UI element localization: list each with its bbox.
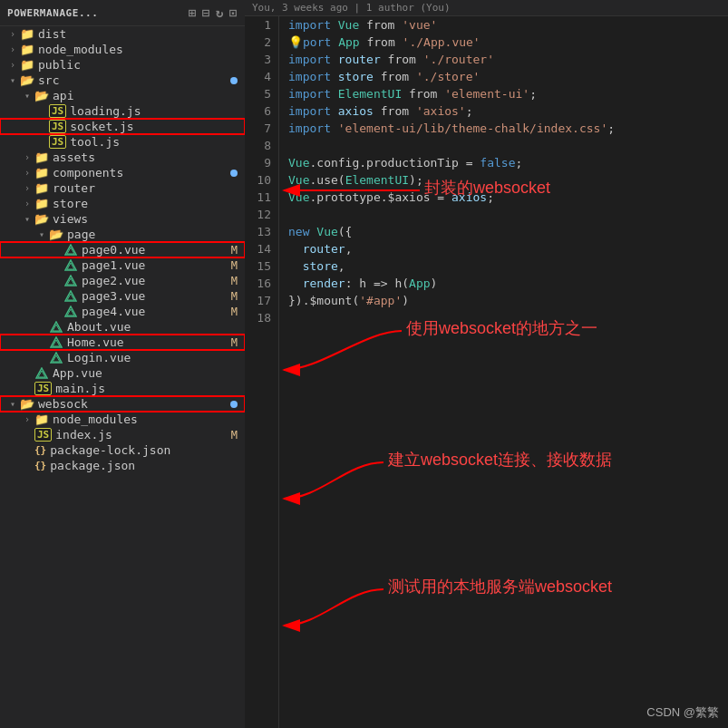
expand-arrow-src: ▾ — [5, 75, 20, 85]
tree-item-page1.vue[interactable]: page1.vueM — [0, 257, 245, 273]
expand-arrow-assets: › — [20, 152, 34, 162]
editor-area: You, 3 weeks ago | 1 author (You) 123456… — [245, 0, 728, 728]
line-number-3: 3 — [245, 51, 271, 68]
tree-item-package-lock.json[interactable]: {}package-lock.json — [0, 442, 245, 458]
vue-icon-page0.vue — [63, 244, 78, 257]
tree-label-node_modules: node_modules — [38, 43, 123, 56]
tree-item-Home.vue[interactable]: Home.vueM — [0, 335, 245, 350]
tree-label-dist: dist — [38, 27, 66, 41]
folder-icon-views: 📂 — [34, 212, 49, 226]
code-line-11: Vue.prototype.$axios = axios; — [288, 189, 728, 206]
tree-item-websock[interactable]: ▾📂websock — [0, 396, 245, 412]
line-number-4: 4 — [245, 68, 271, 85]
js-icon-socket.js: JS — [49, 120, 66, 133]
dot-src — [230, 77, 238, 84]
tree-item-index.js[interactable]: JSindex.jsM — [0, 427, 245, 442]
line-number-18: 18 — [245, 309, 271, 326]
tree-item-socket.js[interactable]: JSsocket.js — [0, 119, 245, 134]
tree-item-api[interactable]: ▾📂api — [0, 88, 245, 103]
tree-label-ws_node_modules: node_modules — [53, 413, 138, 426]
expand-arrow-websock: ▾ — [5, 399, 20, 409]
tree-item-views[interactable]: ▾📂views — [0, 211, 245, 227]
tree-item-loading.js[interactable]: JSloading.js — [0, 103, 245, 119]
tree-label-router: router — [53, 181, 95, 195]
tree-label-views: views — [53, 212, 88, 226]
js-icon-loading.js: JS — [49, 104, 66, 118]
line-number-13: 13 — [245, 223, 271, 240]
line-number-11: 11 — [245, 189, 271, 206]
tree-item-public[interactable]: ›📁public — [0, 57, 245, 73]
expand-arrow-public: › — [5, 60, 20, 70]
code-line-18 — [288, 309, 728, 326]
tree-item-router[interactable]: ›📁router — [0, 180, 245, 196]
tree-label-page4.vue: page4.vue — [82, 305, 145, 318]
folder-icon-store: 📁 — [34, 197, 49, 210]
expand-arrow-store: › — [20, 199, 34, 209]
tree-item-components[interactable]: ›📁components — [0, 165, 245, 180]
tree-label-main.js: main.js — [55, 382, 105, 395]
code-line-9: Vue.config.productionTip = false; — [288, 154, 728, 171]
tree-item-src[interactable]: ▾📂src — [0, 73, 245, 88]
line-number-1: 1 — [245, 16, 271, 34]
tree-item-About.vue[interactable]: About.vue — [0, 319, 245, 335]
tree-item-ws_node_modules[interactable]: ›📁node_modules — [0, 412, 245, 427]
tree-item-store[interactable]: ›📁store — [0, 196, 245, 211]
tree-item-node_modules[interactable]: ›📁node_modules — [0, 42, 245, 57]
tree-label-loading.js: loading.js — [70, 104, 141, 118]
vue-icon-page1.vue — [63, 259, 78, 272]
modified-badge-page1.vue: M — [231, 259, 238, 272]
tree-label-components: components — [53, 166, 123, 180]
expand-arrow-api: ▾ — [20, 91, 34, 101]
folder-icon-public: 📁 — [20, 58, 34, 72]
code-line-3: import router from './router' — [288, 51, 728, 68]
tree-label-api: api — [53, 89, 73, 102]
code-line-12 — [288, 206, 728, 223]
tree-item-page3.vue[interactable]: page3.vueM — [0, 288, 245, 304]
expand-arrow-ws_node_modules: › — [20, 414, 34, 424]
tree-label-About.vue: About.vue — [67, 320, 131, 334]
modified-badge-page2.vue: M — [231, 275, 238, 287]
new-folder-icon[interactable]: ⊟ — [202, 5, 210, 20]
tree-item-dist[interactable]: ›📁dist — [0, 26, 245, 42]
vue-icon-Home.vue — [49, 336, 63, 349]
code-line-16: render: h => h(App) — [288, 275, 728, 292]
sidebar-header: POWERMANAGE... ⊞ ⊟ ↻ ⊡ — [0, 0, 245, 26]
collapse-icon[interactable]: ⊡ — [229, 5, 238, 20]
code-editor[interactable]: import Vue from 'vue'💡port App from './A… — [279, 16, 728, 728]
modified-badge-page3.vue: M — [231, 290, 238, 303]
code-line-14: router, — [288, 240, 728, 257]
json-icon-package-lock.json: {} — [34, 444, 46, 456]
tree-item-assets[interactable]: ›📁assets — [0, 150, 245, 165]
modified-badge-index.js: M — [231, 429, 238, 442]
code-line-8 — [288, 137, 728, 154]
new-file-icon[interactable]: ⊞ — [189, 5, 197, 20]
folder-icon-ws_node_modules: 📁 — [34, 413, 49, 426]
expand-arrow-node_modules: › — [5, 44, 20, 54]
vue-icon-App.vue — [34, 367, 49, 380]
git-bar: You, 3 weeks ago | 1 author (You) — [245, 0, 728, 16]
tree-item-Login.vue[interactable]: Login.vue — [0, 350, 245, 365]
vue-icon-page4.vue — [63, 306, 78, 318]
folder-icon-page: 📂 — [49, 228, 63, 241]
tree-item-page0.vue[interactable]: page0.vueM — [0, 242, 245, 257]
expand-arrow-views: ▾ — [20, 214, 34, 224]
tree-item-App.vue[interactable]: App.vue — [0, 365, 245, 381]
code-line-2: 💡port App from './App.vue' — [288, 34, 728, 51]
refresh-icon[interactable]: ↻ — [216, 5, 224, 20]
vue-icon-About.vue — [49, 321, 63, 334]
line-numbers: 123456789101112131415161718 — [245, 16, 279, 728]
tree-label-page0.vue: page0.vue — [82, 243, 145, 257]
tree-item-tool.js[interactable]: JStool.js — [0, 134, 245, 150]
tree-label-package-lock.json: package-lock.json — [50, 443, 170, 457]
file-explorer: POWERMANAGE... ⊞ ⊟ ↻ ⊡ ›📁dist›📁node_modu… — [0, 0, 245, 728]
tree-label-store: store — [53, 197, 88, 210]
tree-item-package.json[interactable]: {}package.json — [0, 458, 245, 473]
tree-item-main.js[interactable]: JSmain.js — [0, 381, 245, 396]
tree-item-page2.vue[interactable]: page2.vueM — [0, 273, 245, 288]
code-line-5: import ElementUI from 'element-ui'; — [288, 85, 728, 102]
tree-label-src: src — [38, 73, 59, 87]
tree-item-page4.vue[interactable]: page4.vueM — [0, 304, 245, 319]
tree-item-page[interactable]: ▾📂page — [0, 227, 245, 242]
code-line-6: import axios from 'axios'; — [288, 102, 728, 120]
dot-components — [230, 170, 238, 177]
